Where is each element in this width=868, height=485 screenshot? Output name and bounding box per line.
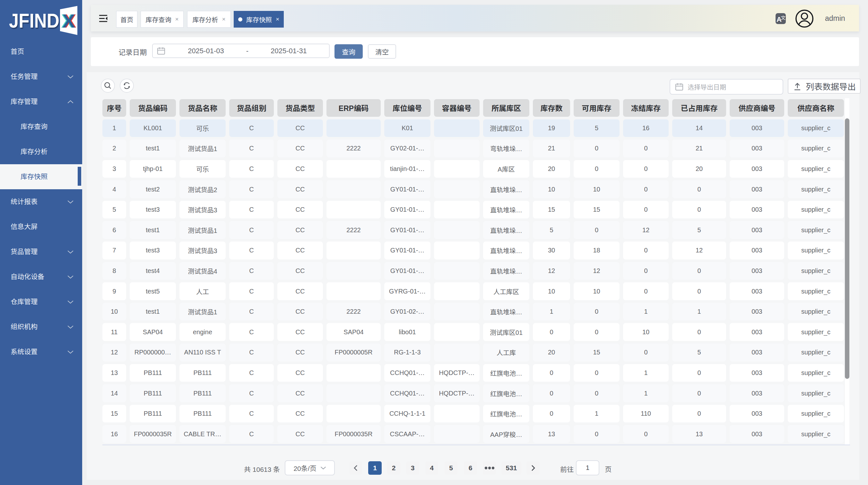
svg-text:JFIND: JFIND [9, 9, 59, 32]
svg-text:X: X [62, 10, 75, 32]
